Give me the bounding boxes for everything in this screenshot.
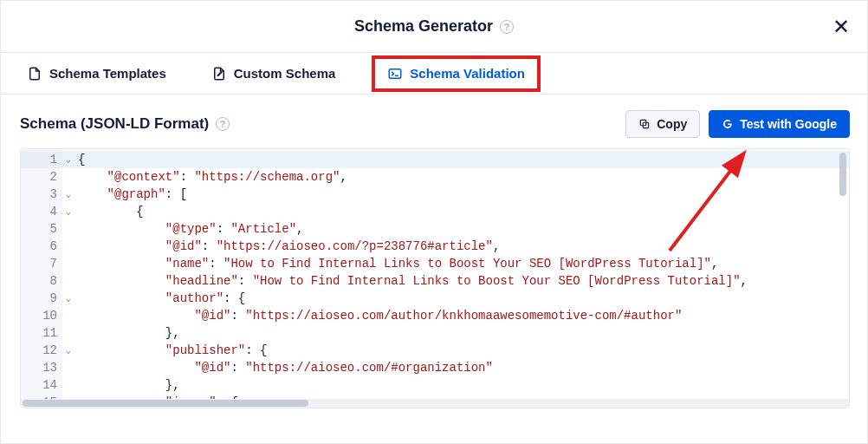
tab-schema-templates[interactable]: Schema Templates [18, 61, 175, 87]
file-icon [27, 66, 42, 82]
code-line: }, [78, 324, 849, 342]
line-number: 14 [21, 376, 62, 394]
terminal-icon [387, 66, 403, 82]
code-line: "@id": "https://aioseo.com/#organization… [78, 359, 849, 376]
modal-header: Schema Generator ? ✕ [1, 1, 867, 53]
line-number: 10 [21, 307, 62, 324]
code-line: { [62, 151, 849, 168]
help-icon[interactable]: ? [216, 117, 230, 131]
code-line: "@context": "https://schema.org", [78, 168, 849, 186]
action-buttons: Copy Test with Google [625, 110, 850, 138]
line-gutter: 123456789101112131415 [21, 149, 62, 408]
code-line: "@graph": [ [78, 186, 849, 203]
line-number: 5 [21, 220, 62, 238]
horizontal-scrollbar[interactable] [21, 399, 849, 408]
tab-schema-validation[interactable]: Schema Validation [372, 56, 541, 92]
modal-title: Schema Generator [354, 17, 493, 36]
schema-generator-modal: Schema Generator ? ✕ Schema Templates Cu… [0, 0, 868, 444]
pencil-file-icon [211, 66, 227, 82]
test-google-button[interactable]: Test with Google [709, 110, 850, 138]
line-number: 6 [21, 238, 62, 255]
code-area[interactable]: { "@context": "https://schema.org", "@gr… [62, 149, 849, 408]
section-header: Schema (JSON-LD Format) ? Copy Test with… [20, 110, 850, 138]
code-line: "@type": "Article", [78, 220, 849, 238]
code-line: "@id": "https://aioseo.com/?p=238776#art… [78, 238, 849, 255]
line-number: 4 [21, 203, 62, 220]
horizontal-scroll-thumb[interactable] [23, 400, 308, 407]
vertical-scrollbar[interactable] [839, 153, 846, 196]
copy-icon [638, 118, 651, 130]
code-line: "name": "How to Find Internal Links to B… [78, 255, 849, 272]
line-number: 9 [21, 290, 62, 307]
line-number: 11 [21, 324, 62, 342]
help-icon[interactable]: ? [500, 20, 514, 34]
close-icon[interactable]: ✕ [832, 16, 850, 37]
tab-label: Custom Schema [234, 66, 336, 81]
line-number: 12 [21, 342, 62, 359]
code-line: "headline": "How to Find Internal Links … [78, 272, 849, 290]
line-number: 1 [21, 151, 62, 168]
tab-custom-schema[interactable]: Custom Schema [203, 61, 345, 87]
line-number: 3 [21, 186, 62, 203]
tabs-row: Schema Templates Custom Schema Schema Va… [1, 53, 867, 95]
code-line: "publisher": { [78, 342, 849, 359]
section-title: Schema (JSON-LD Format) [20, 115, 209, 133]
line-number: 7 [21, 255, 62, 272]
copy-label: Copy [657, 117, 687, 131]
test-google-label: Test with Google [740, 117, 837, 131]
modal-title-wrap: Schema Generator ? [354, 17, 514, 36]
code-line: }, [78, 376, 849, 394]
line-number: 8 [21, 272, 62, 290]
google-icon [722, 118, 734, 130]
tab-label: Schema Templates [49, 66, 166, 81]
section-title-wrap: Schema (JSON-LD Format) ? [20, 115, 230, 133]
code-line: "author": { [78, 290, 849, 307]
code-editor[interactable]: 123456789101112131415 { "@context": "htt… [20, 148, 850, 408]
copy-button[interactable]: Copy [625, 110, 700, 138]
code-line: { [78, 203, 849, 220]
svg-rect-0 [390, 69, 402, 78]
content-area: Schema (JSON-LD Format) ? Copy Test with… [1, 95, 867, 421]
tab-label: Schema Validation [410, 66, 525, 81]
line-number: 2 [21, 168, 62, 186]
line-number: 13 [21, 359, 62, 376]
code-line: "@id": "https://aioseo.com/author/knkhom… [78, 307, 849, 324]
